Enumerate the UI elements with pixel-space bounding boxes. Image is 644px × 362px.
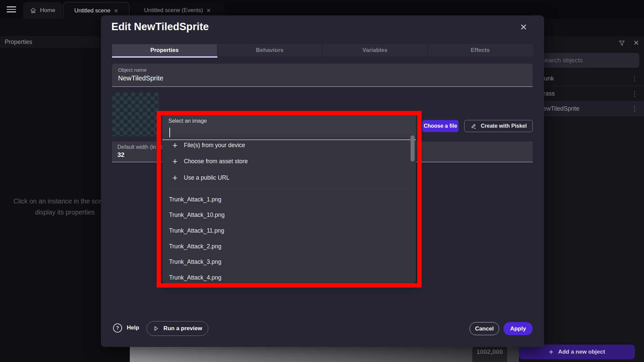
plus-icon: + [549,347,553,357]
choose-a-file-button[interactable]: Choose a file [422,120,459,132]
create-with-piskel-button[interactable]: Create with Piskel [464,120,533,132]
object-name-label: Object name [118,67,147,73]
tab-events-close-icon[interactable]: ✕ [206,7,211,14]
object-row-menu-icon[interactable]: ⋮ [631,74,638,82]
cancel-button[interactable]: Cancel [470,322,499,335]
default-width-value[interactable]: 32 [117,151,124,159]
hamburger-menu-button[interactable] [7,6,16,12]
tab-behaviors[interactable]: Behaviors [217,44,322,56]
tab-properties[interactable]: Properties [112,44,217,56]
tab-variables[interactable]: Variables [322,44,428,56]
tab-home-label: Home [40,7,55,14]
dialog-title: Edit NewTiledSprite [111,21,209,33]
cursor-coordinates-badge: 1002,000 [472,346,507,362]
sprite-preview-checkerboard [112,93,159,136]
gdevelop-app-window: Home Untitled scene ✕ Untitled scene (Ev… [0,0,644,362]
filter-icon[interactable] [618,40,626,47]
object-name: NewTiledSprite [539,105,579,112]
dialog-close-icon[interactable]: ✕ [520,23,527,32]
dialog-tabs: Properties Behaviors Variables Effects [112,44,533,56]
object-name-value[interactable]: NewTiledSprite [118,74,163,82]
run-preview-button[interactable]: Run a preview [147,321,208,336]
object-row-menu-icon[interactable]: ⋮ [631,89,638,98]
properties-panel-title: Properties [5,39,32,46]
objects-panel-close-icon[interactable]: ✕ [633,39,639,47]
annotation-highlight-rectangle [157,111,422,288]
help-button[interactable]: ? Help [113,322,139,333]
apply-button[interactable]: Apply [503,322,533,335]
search-objects-input[interactable]: Search objects [536,53,639,68]
question-mark-icon: ? [113,323,122,333]
tab-effects[interactable]: Effects [427,44,533,56]
tab-scene-close-icon[interactable]: ✕ [114,8,118,14]
tab-events-label: Untitled scene (Events) [144,7,203,14]
object-row-menu-icon[interactable]: ⋮ [631,105,638,113]
scene-canvas-edge [130,347,519,362]
tab-scene-label: Untitled scene [74,7,110,14]
tab-home[interactable]: Home [23,2,62,19]
field-underline [112,86,533,87]
play-icon [153,325,159,332]
home-icon [30,7,37,14]
active-tab-underline [112,56,217,58]
pencil-icon [470,123,477,129]
object-name-field[interactable]: Object name NewTiledSprite [112,64,533,86]
